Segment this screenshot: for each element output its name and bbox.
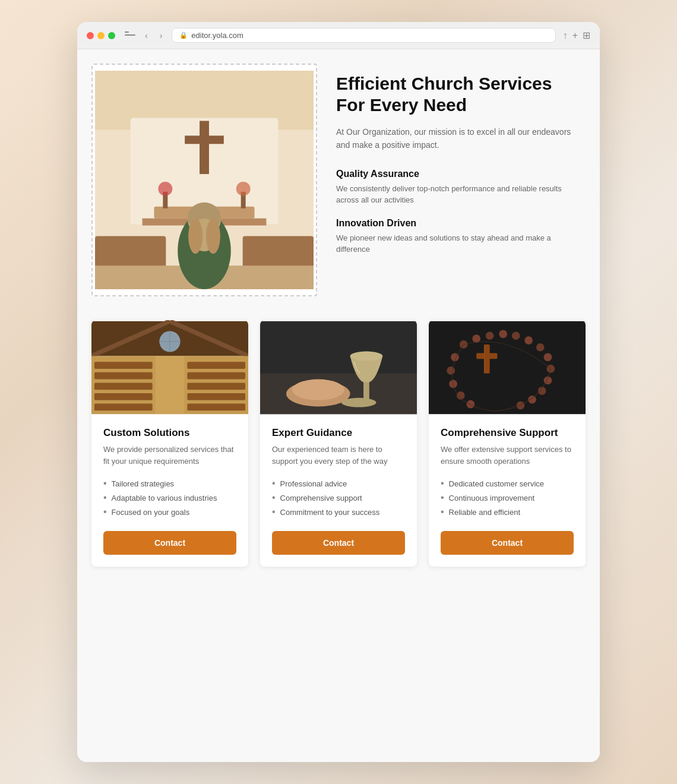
svg-point-18 [188, 219, 203, 254]
browser-actions: ↑ + ⊞ [563, 30, 590, 41]
card-body-custom: Custom Solutions We provide personalized… [91, 415, 248, 567]
svg-rect-43 [363, 380, 369, 403]
card-list-support: Dedicated customer service Continuous im… [441, 476, 574, 519]
card-list-expert: Professional advice Comprehensive suppor… [272, 476, 405, 519]
list-item: Focused on your goals [103, 505, 236, 519]
church-interior-svg [95, 67, 314, 293]
svg-rect-32 [187, 382, 245, 390]
svg-rect-31 [187, 372, 245, 380]
hero-description: At Our Organization, our mission is to e… [336, 125, 586, 152]
card-desc-custom: We provide personalized services that fi… [103, 444, 236, 467]
traffic-lights [87, 32, 115, 39]
svg-rect-30 [187, 362, 245, 369]
list-item: Adaptable to various industries [103, 491, 236, 505]
address-bar[interactable]: 🔒 editor.yola.com [172, 28, 555, 43]
back-button[interactable]: ‹ [143, 30, 150, 42]
svg-point-44 [350, 352, 383, 361]
browser-content: Efficient Church Services For Every Need… [77, 49, 600, 762]
maximize-button[interactable] [108, 32, 115, 39]
svg-point-63 [467, 400, 475, 409]
list-item: Continuous improvement [441, 491, 574, 505]
feature-innovation-title: Innovation Driven [336, 218, 586, 229]
sidebar-toggle-icon[interactable] [125, 31, 135, 40]
lock-icon: 🔒 [179, 31, 188, 39]
hero-image [95, 67, 314, 293]
list-item: Reliable and efficient [441, 505, 574, 519]
feature-innovation-desc: We pioneer new ideas and solutions to st… [336, 232, 586, 255]
svg-point-19 [206, 219, 220, 254]
share-icon[interactable]: ↑ [563, 30, 568, 41]
pews-svg [91, 320, 248, 415]
list-item: Commitment to your success [272, 505, 405, 519]
svg-rect-25 [94, 362, 153, 369]
svg-point-10 [236, 182, 251, 196]
feature-quality: Quality Assurance We consistently delive… [336, 169, 586, 206]
card-comprehensive-support: Comprehensive Support We offer extensive… [429, 320, 586, 567]
contact-button-expert[interactable]: Contact [272, 531, 405, 555]
feature-quality-title: Quality Assurance [336, 169, 586, 179]
communion-svg [260, 320, 417, 415]
url-text: editor.yola.com [191, 31, 243, 40]
card-body-expert: Expert Guidance Our experienced team is … [260, 415, 417, 567]
extensions-icon[interactable]: ⊞ [583, 30, 590, 41]
contact-button-custom[interactable]: Contact [103, 531, 236, 555]
svg-point-41 [292, 380, 344, 400]
svg-point-42 [341, 398, 377, 407]
svg-rect-33 [187, 393, 245, 400]
card-list-custom: Tailored strategies Adaptable to various… [103, 476, 236, 519]
cards-section: Custom Solutions We provide personalized… [91, 320, 586, 567]
svg-rect-28 [94, 393, 153, 400]
list-item: Tailored strategies [103, 476, 236, 491]
add-tab-icon[interactable]: + [572, 30, 578, 41]
card-title-expert: Expert Guidance [272, 427, 405, 439]
card-image-rosary [429, 320, 586, 415]
hero-title: Efficient Church Services For Every Need [336, 73, 586, 116]
svg-rect-64 [484, 344, 490, 374]
card-desc-expert: Our experienced team is here to support … [272, 444, 405, 467]
svg-point-51 [524, 336, 533, 344]
card-expert-guidance: Expert Guidance Our experienced team is … [260, 320, 417, 567]
card-title-custom: Custom Solutions [103, 427, 236, 439]
browser-chrome: ‹ › 🔒 editor.yola.com ↑ + ⊞ [77, 22, 600, 49]
hero-image-container [91, 64, 317, 296]
svg-point-60 [447, 366, 455, 375]
svg-point-49 [499, 330, 507, 338]
feature-innovation: Innovation Driven We pioneer new ideas a… [336, 218, 586, 255]
card-image-pews [91, 320, 248, 415]
hero-text: Efficient Church Services For Every Need… [336, 64, 586, 267]
list-item: Comprehensive support [272, 491, 405, 505]
svg-rect-29 [94, 404, 153, 411]
svg-point-48 [486, 331, 494, 340]
list-item: Dedicated customer service [441, 476, 574, 491]
svg-point-53 [544, 353, 552, 362]
svg-point-58 [517, 402, 525, 410]
svg-rect-4 [185, 135, 224, 144]
minimize-button[interactable] [97, 32, 105, 39]
list-item: Professional advice [272, 476, 405, 491]
card-image-communion [260, 320, 417, 415]
svg-rect-65 [476, 353, 497, 359]
hero-section: Efficient Church Services For Every Need… [91, 64, 586, 296]
card-title-support: Comprehensive Support [441, 427, 574, 439]
contact-button-support[interactable]: Contact [441, 531, 574, 555]
svg-point-52 [536, 343, 545, 352]
rosary-svg [429, 320, 586, 415]
card-custom-solutions: Custom Solutions We provide personalized… [91, 320, 248, 567]
card-desc-support: We offer extensive support services to e… [441, 444, 574, 467]
svg-rect-26 [94, 372, 153, 380]
svg-rect-3 [200, 121, 209, 175]
svg-point-8 [158, 182, 172, 196]
card-body-support: Comprehensive Support We offer extensive… [429, 415, 586, 567]
feature-quality-desc: We consistently deliver top-notch perfor… [336, 183, 586, 206]
svg-rect-27 [94, 382, 153, 390]
svg-rect-24 [156, 356, 185, 414]
svg-rect-34 [187, 404, 245, 411]
close-button[interactable] [87, 32, 94, 39]
browser-window: ‹ › 🔒 editor.yola.com ↑ + ⊞ [77, 22, 600, 762]
svg-point-50 [512, 331, 520, 340]
forward-button[interactable]: › [157, 30, 165, 42]
